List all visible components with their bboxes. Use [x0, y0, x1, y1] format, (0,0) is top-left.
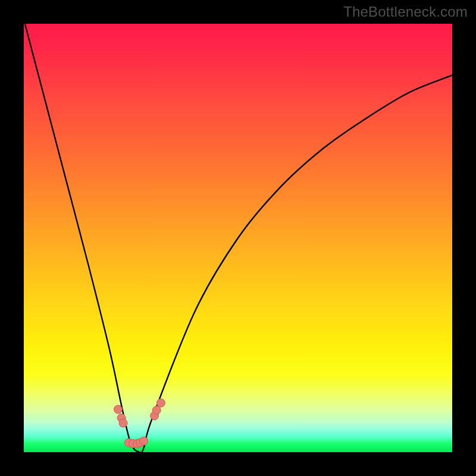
chart-plot-area — [24, 24, 452, 452]
data-marker — [152, 406, 161, 414]
data-marker — [140, 437, 148, 445]
bottleneck-curve — [24, 24, 452, 452]
watermark-text: TheBottleneck.com — [343, 4, 468, 20]
data-marker — [114, 405, 122, 414]
data-marker — [156, 399, 165, 407]
chart-svg — [24, 24, 452, 452]
frame-right — [452, 0, 476, 476]
data-marker — [119, 419, 127, 427]
frame-left — [0, 0, 24, 476]
frame-bottom — [0, 452, 476, 476]
